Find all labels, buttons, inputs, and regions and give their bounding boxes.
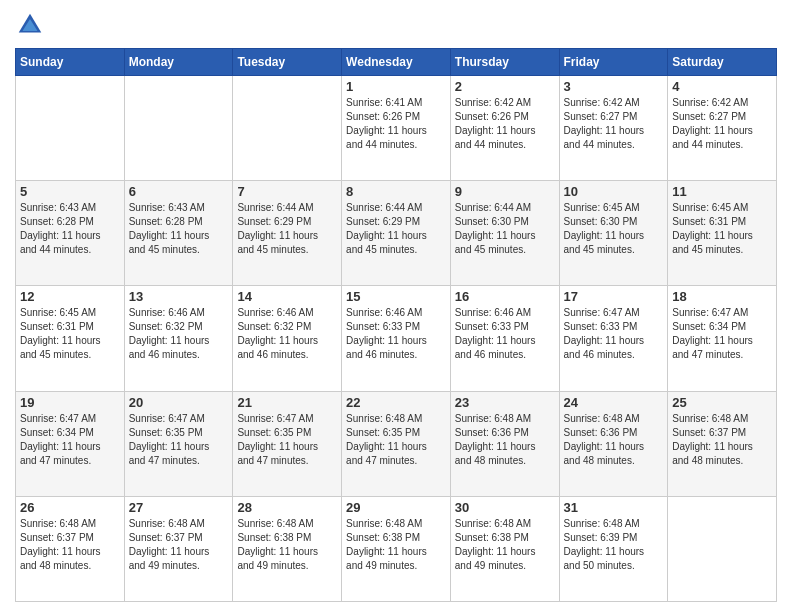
- day-info: Sunrise: 6:47 AMSunset: 6:34 PMDaylight:…: [20, 412, 120, 468]
- day-cell-11: 11Sunrise: 6:45 AMSunset: 6:31 PMDayligh…: [668, 181, 777, 286]
- day-number: 22: [346, 395, 446, 410]
- day-number: 4: [672, 79, 772, 94]
- header-day-thursday: Thursday: [450, 49, 559, 76]
- day-info: Sunrise: 6:45 AMSunset: 6:31 PMDaylight:…: [20, 306, 120, 362]
- day-cell-13: 13Sunrise: 6:46 AMSunset: 6:32 PMDayligh…: [124, 286, 233, 391]
- day-cell-29: 29Sunrise: 6:48 AMSunset: 6:38 PMDayligh…: [342, 496, 451, 601]
- day-info: Sunrise: 6:46 AMSunset: 6:32 PMDaylight:…: [129, 306, 229, 362]
- day-info: Sunrise: 6:48 AMSunset: 6:38 PMDaylight:…: [346, 517, 446, 573]
- day-number: 7: [237, 184, 337, 199]
- day-info: Sunrise: 6:42 AMSunset: 6:26 PMDaylight:…: [455, 96, 555, 152]
- day-cell-8: 8Sunrise: 6:44 AMSunset: 6:29 PMDaylight…: [342, 181, 451, 286]
- day-cell-22: 22Sunrise: 6:48 AMSunset: 6:35 PMDayligh…: [342, 391, 451, 496]
- day-number: 14: [237, 289, 337, 304]
- header-day-tuesday: Tuesday: [233, 49, 342, 76]
- day-number: 29: [346, 500, 446, 515]
- day-number: 6: [129, 184, 229, 199]
- day-info: Sunrise: 6:48 AMSunset: 6:36 PMDaylight:…: [564, 412, 664, 468]
- week-row-3: 19Sunrise: 6:47 AMSunset: 6:34 PMDayligh…: [16, 391, 777, 496]
- day-cell-4: 4Sunrise: 6:42 AMSunset: 6:27 PMDaylight…: [668, 76, 777, 181]
- day-info: Sunrise: 6:47 AMSunset: 6:33 PMDaylight:…: [564, 306, 664, 362]
- header-day-sunday: Sunday: [16, 49, 125, 76]
- day-number: 25: [672, 395, 772, 410]
- day-number: 8: [346, 184, 446, 199]
- day-info: Sunrise: 6:46 AMSunset: 6:32 PMDaylight:…: [237, 306, 337, 362]
- day-info: Sunrise: 6:47 AMSunset: 6:35 PMDaylight:…: [129, 412, 229, 468]
- day-info: Sunrise: 6:47 AMSunset: 6:34 PMDaylight:…: [672, 306, 772, 362]
- day-number: 21: [237, 395, 337, 410]
- day-number: 11: [672, 184, 772, 199]
- day-cell-18: 18Sunrise: 6:47 AMSunset: 6:34 PMDayligh…: [668, 286, 777, 391]
- day-cell-26: 26Sunrise: 6:48 AMSunset: 6:37 PMDayligh…: [16, 496, 125, 601]
- day-cell-25: 25Sunrise: 6:48 AMSunset: 6:37 PMDayligh…: [668, 391, 777, 496]
- day-cell-31: 31Sunrise: 6:48 AMSunset: 6:39 PMDayligh…: [559, 496, 668, 601]
- calendar-table: SundayMondayTuesdayWednesdayThursdayFrid…: [15, 48, 777, 602]
- day-number: 12: [20, 289, 120, 304]
- day-info: Sunrise: 6:47 AMSunset: 6:35 PMDaylight:…: [237, 412, 337, 468]
- day-number: 17: [564, 289, 664, 304]
- header-day-wednesday: Wednesday: [342, 49, 451, 76]
- day-number: 2: [455, 79, 555, 94]
- day-cell-30: 30Sunrise: 6:48 AMSunset: 6:38 PMDayligh…: [450, 496, 559, 601]
- header-day-saturday: Saturday: [668, 49, 777, 76]
- day-number: 31: [564, 500, 664, 515]
- day-info: Sunrise: 6:43 AMSunset: 6:28 PMDaylight:…: [129, 201, 229, 257]
- day-cell-9: 9Sunrise: 6:44 AMSunset: 6:30 PMDaylight…: [450, 181, 559, 286]
- week-row-4: 26Sunrise: 6:48 AMSunset: 6:37 PMDayligh…: [16, 496, 777, 601]
- day-info: Sunrise: 6:43 AMSunset: 6:28 PMDaylight:…: [20, 201, 120, 257]
- day-info: Sunrise: 6:48 AMSunset: 6:38 PMDaylight:…: [455, 517, 555, 573]
- day-cell-6: 6Sunrise: 6:43 AMSunset: 6:28 PMDaylight…: [124, 181, 233, 286]
- day-number: 1: [346, 79, 446, 94]
- day-cell-27: 27Sunrise: 6:48 AMSunset: 6:37 PMDayligh…: [124, 496, 233, 601]
- day-number: 30: [455, 500, 555, 515]
- day-info: Sunrise: 6:48 AMSunset: 6:38 PMDaylight:…: [237, 517, 337, 573]
- day-info: Sunrise: 6:41 AMSunset: 6:26 PMDaylight:…: [346, 96, 446, 152]
- day-number: 5: [20, 184, 120, 199]
- day-info: Sunrise: 6:44 AMSunset: 6:29 PMDaylight:…: [346, 201, 446, 257]
- day-info: Sunrise: 6:48 AMSunset: 6:37 PMDaylight:…: [20, 517, 120, 573]
- week-row-2: 12Sunrise: 6:45 AMSunset: 6:31 PMDayligh…: [16, 286, 777, 391]
- day-number: 19: [20, 395, 120, 410]
- empty-cell: [233, 76, 342, 181]
- day-number: 20: [129, 395, 229, 410]
- day-number: 16: [455, 289, 555, 304]
- day-cell-15: 15Sunrise: 6:46 AMSunset: 6:33 PMDayligh…: [342, 286, 451, 391]
- day-cell-2: 2Sunrise: 6:42 AMSunset: 6:26 PMDaylight…: [450, 76, 559, 181]
- day-info: Sunrise: 6:48 AMSunset: 6:36 PMDaylight:…: [455, 412, 555, 468]
- day-info: Sunrise: 6:48 AMSunset: 6:37 PMDaylight:…: [129, 517, 229, 573]
- day-cell-5: 5Sunrise: 6:43 AMSunset: 6:28 PMDaylight…: [16, 181, 125, 286]
- day-number: 10: [564, 184, 664, 199]
- day-cell-7: 7Sunrise: 6:44 AMSunset: 6:29 PMDaylight…: [233, 181, 342, 286]
- day-info: Sunrise: 6:42 AMSunset: 6:27 PMDaylight:…: [672, 96, 772, 152]
- header: [15, 10, 777, 40]
- day-cell-3: 3Sunrise: 6:42 AMSunset: 6:27 PMDaylight…: [559, 76, 668, 181]
- day-cell-1: 1Sunrise: 6:41 AMSunset: 6:26 PMDaylight…: [342, 76, 451, 181]
- day-number: 28: [237, 500, 337, 515]
- day-info: Sunrise: 6:46 AMSunset: 6:33 PMDaylight:…: [346, 306, 446, 362]
- page: SundayMondayTuesdayWednesdayThursdayFrid…: [0, 0, 792, 612]
- calendar-header-row: SundayMondayTuesdayWednesdayThursdayFrid…: [16, 49, 777, 76]
- day-info: Sunrise: 6:42 AMSunset: 6:27 PMDaylight:…: [564, 96, 664, 152]
- header-day-friday: Friday: [559, 49, 668, 76]
- day-cell-16: 16Sunrise: 6:46 AMSunset: 6:33 PMDayligh…: [450, 286, 559, 391]
- day-cell-24: 24Sunrise: 6:48 AMSunset: 6:36 PMDayligh…: [559, 391, 668, 496]
- day-number: 3: [564, 79, 664, 94]
- day-info: Sunrise: 6:48 AMSunset: 6:37 PMDaylight:…: [672, 412, 772, 468]
- day-cell-14: 14Sunrise: 6:46 AMSunset: 6:32 PMDayligh…: [233, 286, 342, 391]
- day-info: Sunrise: 6:48 AMSunset: 6:39 PMDaylight:…: [564, 517, 664, 573]
- empty-cell: [124, 76, 233, 181]
- day-cell-17: 17Sunrise: 6:47 AMSunset: 6:33 PMDayligh…: [559, 286, 668, 391]
- day-cell-10: 10Sunrise: 6:45 AMSunset: 6:30 PMDayligh…: [559, 181, 668, 286]
- empty-cell: [668, 496, 777, 601]
- day-info: Sunrise: 6:45 AMSunset: 6:30 PMDaylight:…: [564, 201, 664, 257]
- day-number: 15: [346, 289, 446, 304]
- day-info: Sunrise: 6:48 AMSunset: 6:35 PMDaylight:…: [346, 412, 446, 468]
- day-info: Sunrise: 6:44 AMSunset: 6:29 PMDaylight:…: [237, 201, 337, 257]
- day-number: 23: [455, 395, 555, 410]
- logo: [15, 10, 49, 40]
- day-cell-23: 23Sunrise: 6:48 AMSunset: 6:36 PMDayligh…: [450, 391, 559, 496]
- day-number: 26: [20, 500, 120, 515]
- day-number: 24: [564, 395, 664, 410]
- day-cell-21: 21Sunrise: 6:47 AMSunset: 6:35 PMDayligh…: [233, 391, 342, 496]
- header-day-monday: Monday: [124, 49, 233, 76]
